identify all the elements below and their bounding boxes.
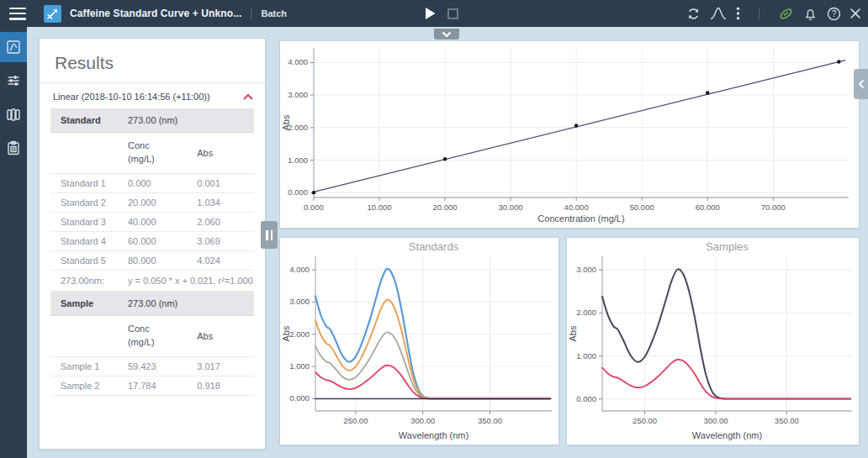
collapse-top-tab[interactable] — [434, 29, 459, 39]
table-row[interactable]: Standard 10.0000.001 — [50, 174, 254, 193]
table-cell: Standard 1 — [50, 174, 128, 192]
results-heading: Results — [40, 39, 265, 82]
group-label: Standard — [50, 108, 128, 132]
table-row[interactable]: Standard 340.0002.060 — [50, 213, 254, 232]
table-row[interactable]: Standard 220.0001.034 — [50, 193, 254, 213]
svg-text:?: ? — [832, 9, 837, 18]
svg-text:Standards: Standards — [409, 240, 459, 253]
collapse-right-button[interactable] — [854, 69, 868, 99]
table-cell: 0.000 — [128, 174, 197, 192]
calibration-chart-panel: 0.00010.00020.00030.00040.00050.00060.00… — [279, 40, 860, 229]
svg-text:1.000: 1.000 — [289, 361, 310, 371]
table-cell: Standard 5 — [50, 251, 128, 270]
calibration-chart[interactable]: 0.00010.00020.00030.00040.00050.00060.00… — [280, 41, 859, 228]
mode-label: Batch — [261, 8, 287, 18]
svg-text:Wavelength (nm): Wavelength (nm) — [692, 430, 762, 440]
sidebar-item-results[interactable] — [0, 32, 27, 62]
notifications-bell-icon[interactable] — [803, 7, 818, 21]
table-cell: Standard 3 — [50, 213, 128, 231]
stop-button[interactable] — [447, 8, 458, 19]
svg-text:0.000: 0.000 — [304, 203, 324, 212]
abs-column-header: Abs — [197, 144, 254, 162]
svg-text:10.000: 10.000 — [368, 203, 392, 212]
sidebar-item-settings[interactable] — [0, 66, 27, 96]
sample-group-header: Sample 273.00 (nm) — [50, 292, 254, 316]
help-icon[interactable]: ? — [827, 7, 841, 21]
svg-text:300.00: 300.00 — [410, 416, 435, 425]
table-cell: Sample 1 — [50, 357, 128, 376]
chevron-up-icon — [243, 94, 253, 100]
table-cell: 17.784 — [128, 376, 197, 395]
svg-text:3.000: 3.000 — [288, 90, 308, 99]
conc-column-header: Conc (mg/L) — [128, 135, 197, 171]
sample-rows: Sample 159.4233.017Sample 217.7840.918 — [50, 357, 254, 396]
table-cell: 3.017 — [197, 357, 254, 376]
svg-text:0.000: 0.000 — [289, 393, 310, 403]
svg-text:250.00: 250.00 — [343, 416, 368, 425]
close-icon[interactable] — [850, 8, 860, 18]
svg-text:0.000: 0.000 — [288, 187, 308, 197]
table-cell: 59.423 — [128, 357, 197, 376]
svg-text:50.000: 50.000 — [630, 203, 654, 212]
results-panel: Results Linear (2018-10-10 16:14:56 (+11… — [39, 38, 266, 450]
svg-text:3.000: 3.000 — [576, 265, 596, 274]
svg-text:300.00: 300.00 — [703, 416, 728, 425]
sidebar — [0, 27, 27, 458]
table-cell: 60.000 — [128, 232, 197, 250]
samples-spectra-panel: 250.00300.00350.000.0001.0002.0003.000Wa… — [566, 237, 860, 445]
svg-text:1.000: 1.000 — [288, 155, 308, 165]
chevron-left-icon — [858, 79, 865, 89]
more-options-icon[interactable] — [736, 7, 740, 20]
sliders-icon — [6, 73, 21, 88]
table-cell: 3.069 — [197, 232, 254, 250]
svg-text:1.000: 1.000 — [576, 351, 596, 361]
svg-text:30.000: 30.000 — [499, 203, 523, 212]
chevron-down-icon — [442, 31, 452, 38]
svg-text:Samples: Samples — [706, 240, 749, 253]
table-row[interactable]: Standard 580.0004.024 — [50, 251, 254, 271]
fit-equation-row: 273.00nm: y = 0.050 * x + 0.021, r²=1.00… — [50, 271, 254, 292]
svg-text:2.000: 2.000 — [576, 308, 596, 317]
samples-spectra-chart[interactable]: 250.00300.00350.000.0001.0002.0003.000Wa… — [567, 238, 859, 445]
abs-column-header: Abs — [197, 327, 254, 345]
menu-icon[interactable] — [9, 8, 26, 20]
table-cell: Sample 2 — [50, 376, 128, 395]
table-cell: 4.024 — [197, 251, 254, 270]
instrument-link-icon[interactable] — [778, 7, 794, 21]
results-table: Standard 273.00 (nm) Conc (mg/L) Abs Sta… — [50, 108, 254, 396]
table-cell: Standard 2 — [50, 193, 128, 212]
svg-text:60.000: 60.000 — [696, 203, 720, 212]
svg-text:2.000: 2.000 — [289, 329, 310, 339]
svg-text:70.000: 70.000 — [761, 203, 786, 212]
linear-section-header[interactable]: Linear (2018-10-10 16:14:56 (+11:00)) — [40, 83, 265, 108]
title-divider — [251, 8, 251, 19]
panel-splitter-handle[interactable] — [261, 221, 278, 249]
table-cell: 40.000 — [128, 213, 197, 231]
svg-text:4.000: 4.000 — [289, 265, 310, 274]
table-cell: 80.000 — [128, 251, 197, 270]
fit-wavelength-label: 273.00nm: — [50, 271, 128, 291]
table-row[interactable]: Standard 460.0003.069 — [50, 232, 254, 251]
play-button[interactable] — [426, 8, 436, 19]
sync-icon[interactable] — [686, 7, 701, 21]
results-chart-icon — [6, 39, 21, 55]
table-cell: 1.034 — [197, 193, 254, 212]
app-logo-icon — [44, 5, 61, 23]
table-cell: Standard 4 — [50, 232, 128, 250]
document-title: Caffeine Standard Curve + Unkno... — [70, 8, 241, 19]
table-row[interactable]: Sample 217.7840.918 — [50, 376, 254, 396]
svg-text:350.00: 350.00 — [478, 416, 502, 425]
main-content: Results Linear (2018-10-10 16:14:56 (+11… — [27, 27, 868, 458]
group-wavelength: 273.00 (nm) — [128, 294, 197, 313]
svg-text:0.000: 0.000 — [576, 394, 596, 403]
peak-tools-icon[interactable] — [710, 7, 727, 20]
sidebar-item-layout[interactable] — [0, 99, 27, 129]
standards-spectra-chart[interactable]: 250.00300.00350.000.0001.0002.0003.0004.… — [280, 238, 558, 445]
table-row[interactable]: Sample 159.4233.017 — [50, 357, 254, 376]
sidebar-item-report[interactable] — [0, 133, 27, 163]
svg-text:4.000: 4.000 — [288, 57, 308, 66]
svg-text:Abs: Abs — [281, 325, 291, 341]
svg-text:40.000: 40.000 — [564, 203, 589, 212]
table-cell: 0.001 — [197, 174, 254, 192]
sample-columns-header: Conc (mg/L) Abs — [50, 316, 254, 357]
